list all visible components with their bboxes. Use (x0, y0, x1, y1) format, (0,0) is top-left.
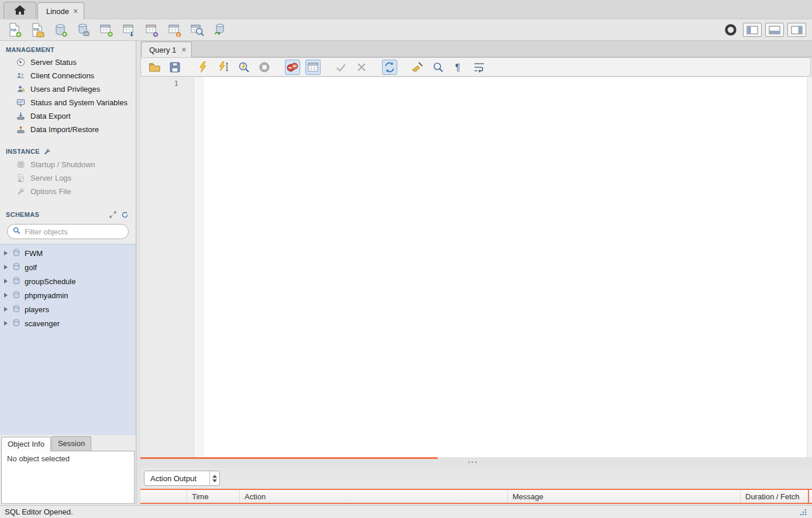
resize-grip[interactable] (799, 508, 807, 516)
query-tabbar: Query 1 × (140, 41, 812, 57)
new-procedure-icon[interactable] (143, 21, 160, 39)
sidebar: MANAGEMENT Server Status Client Connecti… (0, 41, 136, 505)
schema-row-golf[interactable]: golf (0, 260, 136, 274)
options-file-icon (16, 187, 25, 196)
schema-row-scavenger[interactable]: scavenger (0, 316, 136, 330)
chevron-right-icon[interactable] (4, 251, 8, 255)
output-col-time: Time (187, 490, 240, 503)
schema-label: golf (25, 263, 37, 272)
schema-row-players[interactable]: players (0, 302, 136, 316)
line-number-gutter: 1 (140, 77, 194, 457)
sidebar-item-label: Client Connections (30, 71, 94, 80)
action-output-select[interactable]: Action Output (144, 471, 220, 486)
invisibles-icon[interactable]: ¶ (451, 60, 466, 75)
tab-query-1[interactable]: Query 1 × (141, 42, 192, 57)
schema-label: groupSchedule (25, 277, 75, 286)
commit-icon[interactable] (333, 60, 349, 75)
stop-icon[interactable] (257, 60, 272, 75)
fold-margin (194, 77, 204, 457)
svg-text:¶: ¶ (455, 63, 460, 72)
execute-current-icon[interactable] (216, 60, 231, 75)
editor-vertical-scrollbar[interactable] (807, 77, 812, 457)
sidebar-item-label: Data Import/Restore (30, 125, 99, 134)
sidebar-item-startup-shutdown[interactable]: Startup / Shutdown (0, 158, 136, 171)
connection-tab-linode[interactable]: Linode × (37, 2, 84, 19)
reconnect-dbms-icon[interactable] (211, 21, 229, 39)
instance-section-header: INSTANCE (0, 142, 136, 158)
new-view-icon[interactable] (120, 21, 137, 39)
schema-label: scavenger (25, 319, 60, 328)
execute-icon[interactable] (195, 60, 211, 75)
filter-objects-input[interactable] (25, 227, 128, 236)
explain-icon[interactable] (236, 60, 252, 75)
toggle-bottom-panel-icon[interactable] (765, 23, 784, 37)
help-icon[interactable] (722, 21, 739, 39)
data-export-icon (16, 112, 25, 120)
rollback-icon[interactable] (354, 60, 369, 75)
new-schema-icon[interactable] (51, 21, 69, 39)
close-icon[interactable]: × (73, 7, 78, 15)
open-sql-script-icon[interactable]: SQL (29, 21, 46, 39)
schema-label: players (25, 305, 49, 314)
limit-rows-icon[interactable] (305, 60, 321, 75)
output-header-accent (808, 490, 809, 503)
wrap-text-icon[interactable] (472, 60, 487, 75)
toggle-stop-on-error-icon[interactable] (285, 60, 300, 75)
sidebar-item-server-status[interactable]: Server Status (0, 56, 136, 69)
beautify-icon[interactable] (410, 60, 425, 75)
schema-icon (12, 263, 20, 272)
tab-session[interactable]: Session (51, 436, 91, 451)
stepper-icon[interactable] (209, 471, 219, 485)
sql-editor[interactable]: 1 (140, 77, 812, 457)
management-section-header: MANAGEMENT (0, 41, 136, 56)
open-file-icon[interactable] (147, 60, 162, 75)
chevron-right-icon[interactable] (4, 321, 8, 326)
sidebar-item-client-connections[interactable]: Client Connections (0, 69, 136, 82)
sidebar-item-options-file[interactable]: Options File (0, 185, 136, 198)
info-tabbar: Object Info Session (0, 435, 136, 451)
new-connection-icon[interactable] (74, 21, 92, 39)
query-tab-label: Query 1 (149, 46, 176, 54)
new-sql-tab-icon[interactable]: SQL (6, 21, 23, 39)
sidebar-item-status-variables[interactable]: Status and System Variables (0, 96, 136, 109)
new-function-icon[interactable]: 0 (166, 21, 183, 39)
chevron-right-icon[interactable] (4, 279, 8, 284)
data-import-icon (16, 125, 25, 134)
sidebar-item-label: Startup / Shutdown (30, 160, 95, 169)
sidebar-bottom-panel: Object Info Session No object selected (0, 435, 136, 505)
find-icon[interactable] (431, 60, 446, 75)
sql-editor-toolbar: ¶ (140, 57, 811, 77)
chevron-right-icon[interactable] (4, 307, 8, 312)
search-table-data-icon[interactable] (188, 21, 206, 39)
close-icon[interactable]: × (181, 46, 186, 54)
toggle-right-panel-icon[interactable] (787, 23, 806, 37)
sidebar-item-data-import[interactable]: Data Import/Restore (0, 123, 136, 136)
schema-row-groupschedule[interactable]: groupSchedule (0, 274, 136, 288)
wrench-icon (43, 147, 51, 156)
startup-shutdown-icon (16, 160, 25, 169)
object-info-box: No object selected (1, 451, 135, 504)
connection-tab-label: Linode (46, 7, 69, 16)
sidebar-item-server-logs[interactable]: Server Logs (0, 171, 136, 185)
schema-row-fwm[interactable]: FWM (0, 246, 136, 260)
code-area[interactable] (204, 77, 807, 457)
server-status-icon (16, 58, 25, 67)
expand-icon[interactable] (109, 210, 117, 219)
new-table-icon[interactable] (97, 21, 115, 39)
output-col-action: Action (240, 490, 508, 503)
sidebar-item-users-privileges[interactable]: Users and Privileges (0, 82, 136, 96)
output-col-message: Message (508, 490, 741, 503)
schema-row-phpmyadmin[interactable]: phpmyadmin (0, 288, 136, 302)
home-tab[interactable] (4, 2, 36, 19)
save-icon[interactable] (167, 60, 183, 75)
tab-object-info[interactable]: Object Info (1, 437, 51, 451)
editor-output-splitter[interactable] (140, 457, 812, 468)
svg-text:0: 0 (177, 33, 180, 37)
chevron-right-icon[interactable] (4, 265, 8, 270)
autocommit-icon[interactable] (382, 60, 397, 75)
sidebar-item-data-export[interactable]: Data Export (0, 109, 136, 123)
chevron-right-icon[interactable] (4, 293, 8, 298)
refresh-icon[interactable] (121, 210, 129, 219)
toggle-left-panel-icon[interactable] (743, 23, 762, 37)
splitter-grip[interactable] (468, 461, 477, 463)
